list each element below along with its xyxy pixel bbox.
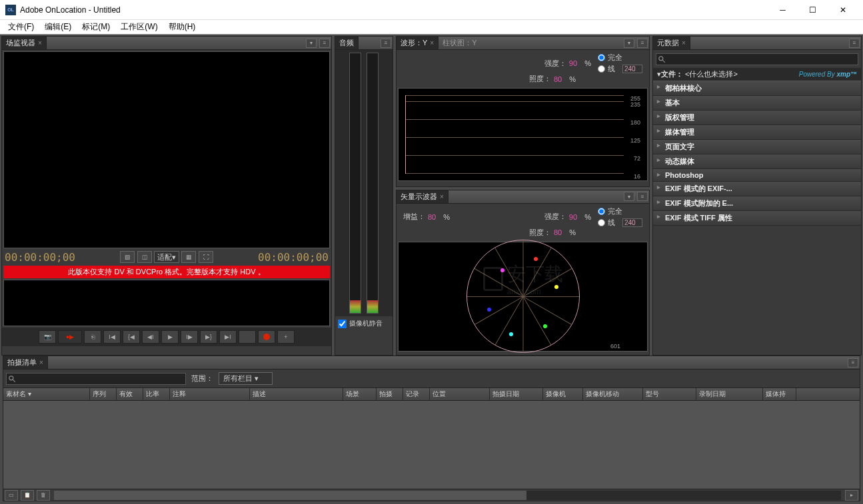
brightness-label: 照度：80 % [529, 74, 576, 84]
metadata-category[interactable]: Photoshop [653, 169, 861, 182]
titlebar: OL Adobe OnLocation - Untitled ─ ☐ ✕ [0, 0, 863, 20]
menu-workspace[interactable]: 工作区(W) [115, 20, 163, 34]
panel-menu-icon[interactable]: ≡ [849, 39, 860, 48]
metadata-category[interactable]: 版权管理 [653, 111, 861, 125]
metadata-category[interactable]: 动态媒体 [653, 154, 861, 169]
intensity-label: 强度：90 % [544, 59, 591, 69]
grid-icon[interactable]: ▦ [181, 251, 196, 263]
metadata-search-input[interactable] [656, 53, 858, 65]
timecode-left: 00:00:00;00 [5, 251, 75, 264]
camera-icon[interactable]: 📷 [39, 330, 56, 344]
monitor-body: 00:00:00;00 ▨ ◫ 适配 ▾ ▦ ⛶ 00:00:00;00 此版本… [2, 50, 331, 355]
menu-marker[interactable]: 标记(M) [77, 20, 115, 34]
close-icon[interactable]: × [440, 193, 444, 200]
stop-button[interactable] [239, 330, 256, 344]
menu-help[interactable]: 帮助(H) [163, 20, 201, 34]
minimize-button[interactable]: ─ [768, 0, 798, 20]
monitor-panel-header: 场监视器× ▾≡ [2, 37, 331, 50]
metadata-category[interactable]: EXIF 模式 TIFF 属性 [653, 211, 861, 226]
goto-end-button[interactable]: ▶I [219, 330, 237, 344]
vec-scale-label: 601 [610, 343, 620, 350]
record-arm-button[interactable]: ●▶ [58, 330, 82, 344]
menubar: 文件(F) 编辑(E) 标记(M) 工作区(W) 帮助(H) [0, 20, 863, 35]
maximize-button[interactable]: ☐ [798, 0, 828, 20]
split-icon[interactable]: ◫ [137, 251, 152, 263]
goto-start-button[interactable]: I◀ [103, 330, 121, 344]
scope-line-radio[interactable] [598, 65, 605, 73]
panel-menu-icon[interactable]: ≡ [637, 192, 648, 201]
panel-menu-icon[interactable]: ≡ [637, 39, 648, 48]
scope-full-radio[interactable] [598, 54, 605, 61]
panel-dropdown-icon[interactable]: ▾ [624, 192, 634, 201]
tab-shotlist[interactable]: 拍摄清单× [3, 356, 48, 357]
close-button[interactable]: ✕ [828, 0, 858, 20]
close-icon[interactable]: × [430, 39, 434, 47]
play-button[interactable]: ▶ [161, 330, 179, 344]
menu-edit[interactable]: 编辑(E) [39, 20, 77, 34]
prev-clip-button[interactable]: ⎗ [84, 330, 101, 344]
intensity-value[interactable]: 90 [569, 59, 577, 67]
close-icon[interactable]: × [38, 39, 42, 47]
metadata-panel-header: 元数据× ≡ [653, 37, 861, 50]
shotlist-panel-header: 拍摄清单× ≡ [3, 356, 860, 357]
video-preview [3, 51, 330, 248]
vec-line-radio[interactable] [598, 219, 605, 226]
line-value-input[interactable] [622, 65, 642, 73]
transport-bar: 📷 ●▶ ⎗ I◀ {◀ ◀I ▶ I▶ ▶} ▶I + [2, 328, 331, 346]
audio-meters [335, 50, 393, 316]
camera-mute-label: 摄像机静音 [349, 319, 383, 328]
audio-meter-left [349, 53, 361, 314]
metadata-category[interactable]: EXIF 模式的 EXIF-... [653, 182, 861, 196]
tab-field-monitor[interactable]: 场监视器× [2, 37, 47, 49]
metadata-file-row: ▾ 文件： <什么也未选择> Powered By xmp™ [653, 68, 861, 81]
waveform-panel-header: 波形：Y× 柱状图：Y ▾≡ [397, 37, 649, 50]
vec-line-input[interactable] [622, 218, 642, 227]
vec-brightness-value[interactable]: 80 [554, 228, 562, 236]
brightness-value[interactable]: 80 [554, 75, 562, 83]
tab-histogram-y[interactable]: 柱状图：Y [438, 37, 480, 49]
vec-intensity-value[interactable]: 90 [569, 213, 577, 221]
tab-vectorscope[interactable]: 矢量示波器× [397, 190, 448, 203]
tab-metadata[interactable]: 元数据× [653, 37, 690, 49]
panel-menu-icon[interactable]: ≡ [381, 39, 391, 48]
gain-label: 增益：80 % [403, 212, 450, 222]
window-title: Adobe OnLocation - Untitled [20, 5, 768, 15]
vec-brightness-label: 照度：80 % [529, 228, 576, 238]
tab-audio[interactable]: 音频 [335, 37, 359, 49]
audio-meter-right [367, 53, 379, 314]
record-button[interactable] [258, 330, 275, 344]
mark-out-button[interactable]: ▶} [200, 330, 217, 344]
camera-mute-checkbox[interactable] [338, 320, 347, 328]
vectorscope-panel-header: 矢量示波器× ▾≡ [397, 190, 649, 204]
vectorscope-display: 601 [398, 242, 648, 352]
shotlist-panel: 拍摄清单× ≡ 范围： 所有栏目 ▾ 素材名 ▾序列有效比率注释描述场景拍摄记录… [3, 356, 860, 357]
vec-full-radio[interactable] [598, 208, 605, 215]
frame-icon[interactable]: ⛶ [199, 251, 213, 263]
tab-waveform-y[interactable]: 波形：Y× [397, 37, 438, 49]
audio-panel-header: 音频 ≡ [335, 37, 393, 50]
step-back-button[interactable]: ◀I [142, 330, 159, 344]
metadata-category[interactable]: EXIF 模式附加的 E... [653, 196, 861, 211]
close-icon[interactable]: × [682, 39, 686, 47]
format-warning: 此版本仅支持 DV 和 DVCPro 格式。完整版本才支持 HDV 。 [3, 266, 330, 278]
metadata-category[interactable]: 页面文字 [653, 140, 861, 154]
fit-select[interactable]: 适配 ▾ [154, 251, 179, 263]
waveform-display: 255 235 180 125 72 16 [398, 88, 648, 181]
metadata-category[interactable]: 基本 [653, 96, 861, 111]
add-clip-button[interactable]: + [277, 330, 295, 344]
timecode-right: 00:00:00;00 [258, 251, 329, 264]
step-fwd-button[interactable]: I▶ [181, 330, 198, 344]
menu-file[interactable]: 文件(F) [3, 20, 39, 34]
metadata-category[interactable]: 媒体管理 [653, 125, 861, 140]
timeline-strip[interactable] [3, 280, 330, 326]
panel-dropdown-icon[interactable]: ▾ [306, 39, 317, 48]
panel-dropdown-icon[interactable]: ▾ [624, 39, 634, 48]
panel-menu-icon[interactable]: ≡ [319, 39, 330, 48]
metadata-category[interactable]: 都柏林核心 [653, 81, 861, 96]
mark-in-button[interactable]: {◀ [123, 330, 140, 344]
vec-intensity-label: 强度：90 % [544, 212, 591, 222]
gain-value[interactable]: 80 [428, 213, 436, 221]
stripes-icon[interactable]: ▨ [120, 251, 135, 263]
app-icon: OL [5, 5, 16, 15]
